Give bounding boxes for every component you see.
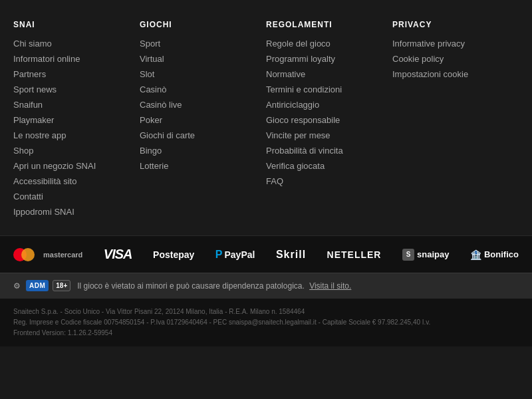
visa-label: VISA (104, 247, 132, 262)
reg-probabilita[interactable]: Probabilità di vincita (266, 146, 343, 156)
snaipay-icon: S (402, 249, 414, 261)
footer-columns: SNAI Chi siamo Informatori online Partne… (13, 20, 519, 222)
age-badge: 18+ (53, 280, 70, 291)
mastercard-label: mastercard (43, 251, 82, 259)
paypal-icon: P (215, 249, 223, 261)
list-item: Bingo (140, 146, 259, 156)
list-item: Gioco responsabile (266, 115, 386, 125)
list-item: Le nostre app (13, 130, 133, 140)
snai-snaifun[interactable]: Snaifun (13, 100, 43, 110)
list-item: Casinò live (140, 100, 259, 110)
snai-header: SNAI (13, 20, 133, 29)
giochi-list: Sport Virtual Slot Casinò Casinò live Po… (140, 39, 259, 171)
list-item: Lotterie (140, 161, 259, 171)
snai-playmaker[interactable]: Playmaker (13, 115, 54, 125)
reg-regole[interactable]: Regole del gioco (266, 39, 331, 49)
bonifico-label: Bonifico (484, 249, 519, 259)
postepay-label: Postepay (153, 249, 194, 260)
bonifico-icon: 🏦 (470, 249, 481, 260)
snai-app[interactable]: Le nostre app (13, 130, 66, 140)
reg-gioco-resp[interactable]: Gioco responsabile (266, 115, 340, 125)
reg-faq[interactable]: FAQ (266, 176, 283, 186)
list-item: Slot (140, 69, 259, 79)
snai-contatti[interactable]: Contatti (13, 192, 43, 201)
privacy-header: PRIVACY (392, 20, 512, 29)
list-item: Chi siamo (13, 39, 133, 49)
giochi-casino-live[interactable]: Casinò live (140, 100, 182, 110)
list-item: Sport news (13, 84, 133, 94)
footer-col-giochi: GIOCHI Sport Virtual Slot Casinò Casinò … (140, 20, 266, 222)
giochi-slot[interactable]: Slot (140, 69, 154, 79)
footer-col-regolamenti: REGOLAMENTI Regole del gioco Programmi l… (266, 20, 392, 222)
giochi-poker[interactable]: Poker (140, 115, 162, 125)
list-item: Programmi loyalty (266, 54, 386, 64)
reg-vincite[interactable]: Vincite per mese (266, 130, 331, 140)
list-item: Snaifun (13, 100, 133, 110)
giochi-lotterie[interactable]: Lotterie (140, 161, 168, 171)
mastercard-icon (13, 247, 37, 262)
snai-accessibilita[interactable]: Accessibilità sito (13, 176, 76, 186)
giochi-virtual[interactable]: Virtual (140, 54, 164, 64)
payment-mastercard: mastercard (13, 247, 82, 262)
legal-text: Snaitech S.p.a. - Socio Unico - Via Vitt… (13, 307, 519, 338)
list-item: Informative privacy (392, 39, 512, 49)
snai-shop[interactable]: Shop (13, 146, 33, 156)
privacy-list: Informative privacy Cookie policy Impost… (392, 39, 512, 79)
neteller-label: NETELLER (327, 249, 382, 260)
reg-normative[interactable]: Normative (266, 69, 305, 79)
list-item: Probabilità di vincita (266, 146, 386, 156)
giochi-bingo[interactable]: Bingo (140, 146, 162, 156)
payment-visa: VISA (104, 247, 132, 262)
legal-line3: Frontend Version: 1.1.26.2-59954 (13, 328, 519, 338)
giochi-carte[interactable]: Giochi di carte (140, 130, 195, 140)
giochi-sport[interactable]: Sport (140, 39, 160, 49)
footer-col-snai: SNAI Chi siamo Informatori online Partne… (13, 20, 140, 222)
snai-apri-negozio[interactable]: Apri un negozio SNAI (13, 161, 96, 171)
payment-snaipay: S snaipay (402, 249, 449, 261)
paypal-label: PayPal (224, 249, 255, 260)
giochi-casino[interactable]: Casinò (140, 84, 166, 94)
list-item: Playmaker (13, 115, 133, 125)
reg-antiriciclaggio[interactable]: Antiriciclaggio (266, 100, 319, 110)
priv-cookie[interactable]: Cookie policy (392, 54, 444, 64)
reg-programmi[interactable]: Programmi loyalty (266, 54, 335, 64)
regolamenti-list: Regole del gioco Programmi loyalty Norma… (266, 39, 386, 186)
payment-bar: mastercard VISA Postepay P PayPal Skrill… (0, 235, 532, 273)
giochi-header: GIOCHI (140, 20, 259, 29)
snai-sport-news[interactable]: Sport news (13, 84, 57, 94)
adm-logo: ⚙ ADM 18+ (13, 280, 70, 291)
reg-termini[interactable]: Termini e condizioni (266, 84, 342, 94)
list-item: Verifica giocata (266, 161, 386, 171)
list-item: FAQ (266, 176, 386, 186)
list-item: Partners (13, 69, 133, 79)
snai-ippodromi[interactable]: Ippodromi SNAI (13, 207, 74, 217)
snaipay-label: snaipay (417, 249, 449, 259)
list-item: Regole del gioco (266, 39, 386, 49)
snai-partners[interactable]: Partners (13, 69, 46, 79)
legal-line2: Reg. Imprese e Codice fiscale 0075485015… (13, 317, 519, 328)
list-item: Ippodromi SNAI (13, 207, 133, 217)
list-item: Apri un negozio SNAI (13, 161, 133, 171)
snai-list: Chi siamo Informatori online Partners Sp… (13, 39, 133, 217)
adm-link[interactable]: Visita il sito. (309, 281, 351, 291)
legal-bar: Snaitech S.p.a. - Socio Unico - Via Vitt… (0, 298, 532, 346)
list-item: Termini e condizioni (266, 84, 386, 94)
snai-informatori[interactable]: Informatori online (13, 54, 80, 64)
payment-skrill: Skrill (276, 249, 306, 261)
list-item: Antiriciclaggio (266, 100, 386, 110)
regolamenti-header: REGOLAMENTI (266, 20, 386, 29)
list-item: Informatori online (13, 54, 133, 64)
adm-star-icon: ⚙ (13, 281, 21, 291)
priv-informative[interactable]: Informative privacy (392, 39, 465, 49)
payment-neteller: NETELLER (327, 249, 382, 260)
priv-impostazioni[interactable]: Impostazioni cookie (392, 69, 468, 79)
adm-bar: ⚙ ADM 18+ Il gioco è vietato ai minori e… (0, 273, 532, 298)
reg-verifica[interactable]: Verifica giocata (266, 161, 325, 171)
list-item: Poker (140, 115, 259, 125)
payment-bonifico: 🏦 Bonifico (470, 249, 519, 260)
list-item: Vincite per mese (266, 130, 386, 140)
adm-text: Il gioco è vietato ai minori e può causa… (77, 281, 351, 291)
snai-chi-siamo[interactable]: Chi siamo (13, 39, 52, 49)
footer-col-privacy: PRIVACY Informative privacy Cookie polic… (392, 20, 519, 222)
list-item: Virtual (140, 54, 259, 64)
